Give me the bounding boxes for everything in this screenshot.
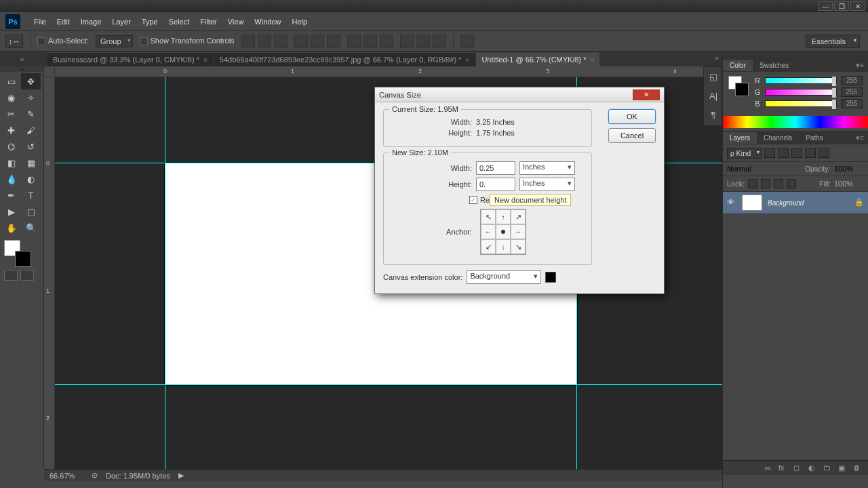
align-icon[interactable] — [327, 35, 340, 48]
r-slider[interactable] — [765, 77, 837, 84]
dialog-close-button[interactable]: ✕ — [633, 89, 660, 100]
color-spectrum[interactable] — [723, 116, 868, 128]
dialog-titlebar[interactable]: Canvas Size ✕ — [375, 87, 664, 102]
anchor-n[interactable]: ↑ — [496, 209, 511, 224]
lock-transparent-icon[interactable] — [748, 179, 757, 188]
lock-image-icon[interactable] — [761, 179, 770, 188]
clone-stamp-tool-icon[interactable]: ⌬ — [1, 138, 21, 155]
type-tool-icon[interactable]: T — [21, 187, 41, 203]
tab-close-icon[interactable]: × — [591, 56, 595, 64]
ok-button[interactable]: OK — [608, 109, 656, 124]
panel-fg-bg-swatch[interactable] — [728, 76, 749, 96]
vertical-ruler[interactable]: 0 1 2 — [44, 77, 55, 469]
r-value-input[interactable]: 255 — [841, 76, 863, 85]
fill-input[interactable]: 100% — [834, 180, 864, 188]
opacity-input[interactable]: 100% — [834, 165, 864, 173]
filter-kind-dropdown[interactable]: ρ Kind — [727, 148, 762, 159]
layer-style-icon[interactable]: fx — [778, 464, 789, 473]
quick-mask-icon[interactable] — [4, 270, 18, 281]
shape-tool-icon[interactable]: ▢ — [21, 203, 41, 220]
color-tab[interactable]: Color — [723, 60, 753, 71]
g-value-input[interactable]: 255 — [841, 87, 863, 97]
distribute-icon[interactable] — [347, 35, 361, 48]
workspace-switcher[interactable]: Essentials — [806, 35, 860, 48]
filter-adjustment-icon[interactable] — [778, 148, 789, 158]
maximize-button[interactable]: ❐ — [834, 1, 849, 11]
adjustment-layer-icon[interactable]: ◐ — [808, 464, 819, 473]
menu-image[interactable]: Image — [75, 15, 107, 28]
align-icon[interactable] — [241, 35, 255, 48]
filter-smart-icon[interactable] — [818, 148, 829, 158]
panel-menu-icon[interactable]: ▾≡ — [852, 134, 868, 142]
lock-position-icon[interactable] — [774, 179, 783, 188]
anchor-s[interactable]: ↓ — [496, 239, 511, 254]
tab-handle-icon[interactable]: » — [715, 54, 719, 62]
menu-layer[interactable]: Layer — [106, 15, 136, 28]
anchor-ne[interactable]: ↗ — [511, 209, 526, 224]
align-icon[interactable] — [274, 35, 288, 48]
width-input[interactable] — [476, 161, 515, 175]
zoom-level[interactable]: 66.67% — [50, 472, 83, 480]
menu-select[interactable]: Select — [163, 15, 195, 28]
b-slider[interactable] — [765, 100, 837, 107]
distribute-icon[interactable] — [363, 35, 377, 48]
marquee-tool-icon[interactable]: ▭ — [1, 73, 21, 89]
layer-name[interactable]: Background — [768, 199, 804, 207]
dodge-tool-icon[interactable]: ◐ — [21, 171, 41, 187]
panel-menu-icon[interactable]: ▾≡ — [852, 61, 868, 70]
new-layer-icon[interactable]: ▣ — [838, 464, 849, 473]
group-icon[interactable]: 🗀 — [823, 464, 834, 473]
auto-select-checkbox[interactable]: Auto-Select: — [37, 37, 89, 45]
history-panel-icon[interactable]: ◱ — [704, 67, 723, 86]
b-value-input[interactable]: 255 — [841, 99, 863, 108]
link-layers-icon[interactable]: ⫘ — [764, 464, 774, 473]
document-tab[interactable]: Businesscard @ 33.3% (Layer 0, CMYK/8) *… — [47, 52, 213, 66]
align-icon[interactable] — [258, 35, 271, 48]
filter-type-icon[interactable] — [791, 148, 802, 158]
menu-help[interactable]: Help — [286, 15, 313, 28]
pen-tool-icon[interactable]: ✒ — [1, 187, 21, 203]
anchor-w[interactable]: ← — [481, 224, 496, 239]
distribute-icon[interactable] — [416, 35, 430, 48]
magic-wand-tool-icon[interactable]: ✧ — [21, 89, 41, 106]
layer-mask-icon[interactable]: ◻ — [793, 464, 804, 473]
paragraph-panel-icon[interactable]: ¶ — [704, 105, 723, 124]
filter-shape-icon[interactable] — [805, 148, 816, 158]
active-tool-icon[interactable]: ↕↔ — [5, 35, 23, 48]
layer-thumbnail[interactable] — [742, 195, 762, 211]
extension-color-dropdown[interactable]: Background — [467, 270, 541, 284]
visibility-toggle-icon[interactable]: 👁 — [727, 198, 736, 207]
document-tab[interactable]: Untitled-1 @ 66.7% (CMYK/8) *× — [476, 52, 599, 66]
fg-bg-color-swatch[interactable] — [4, 240, 31, 267]
menu-filter[interactable]: Filter — [195, 15, 222, 28]
move-tool-icon[interactable]: ✥ — [21, 73, 41, 89]
brush-tool-icon[interactable]: 🖌 — [21, 122, 41, 138]
tab-close-icon[interactable]: × — [203, 56, 208, 64]
eraser-tool-icon[interactable]: ◧ — [1, 155, 21, 171]
blur-tool-icon[interactable]: 💧 — [1, 171, 21, 187]
auto-select-mode-dropdown[interactable]: Group — [96, 35, 133, 47]
menu-type[interactable]: Type — [136, 15, 163, 28]
distribute-icon[interactable] — [433, 35, 446, 48]
menu-view[interactable]: View — [222, 15, 250, 28]
healing-brush-tool-icon[interactable]: ✚ — [1, 122, 21, 138]
channels-tab[interactable]: Channels — [757, 132, 799, 144]
swatches-tab[interactable]: Swatches — [753, 60, 795, 71]
horizontal-ruler[interactable]: 0 1 2 3 4 — [55, 66, 722, 77]
menu-window[interactable]: Window — [249, 15, 286, 28]
doc-size-label[interactable]: Doc: 1.95M/0 bytes — [106, 472, 170, 480]
lasso-tool-icon[interactable]: ◉ — [1, 89, 21, 106]
ruler-origin[interactable] — [44, 66, 55, 77]
delete-layer-icon[interactable]: 🗑 — [853, 464, 864, 473]
zoom-tool-icon[interactable]: 🔍 — [21, 220, 41, 236]
menu-edit[interactable]: Edit — [52, 15, 75, 28]
anchor-e[interactable]: → — [511, 224, 526, 239]
3d-mode-icon[interactable] — [460, 35, 474, 48]
relative-checkbox[interactable]: ✓ — [469, 196, 477, 204]
tab-handle-icon[interactable]: « — [0, 52, 44, 66]
path-select-tool-icon[interactable]: ▶ — [1, 203, 21, 220]
document-tab[interactable]: 54db66a400f723d6893ee23cc89c3957.jpg @ 6… — [214, 52, 475, 66]
distribute-icon[interactable] — [400, 35, 414, 48]
menu-file[interactable]: File — [28, 15, 52, 28]
layers-tab[interactable]: Layers — [723, 132, 757, 144]
